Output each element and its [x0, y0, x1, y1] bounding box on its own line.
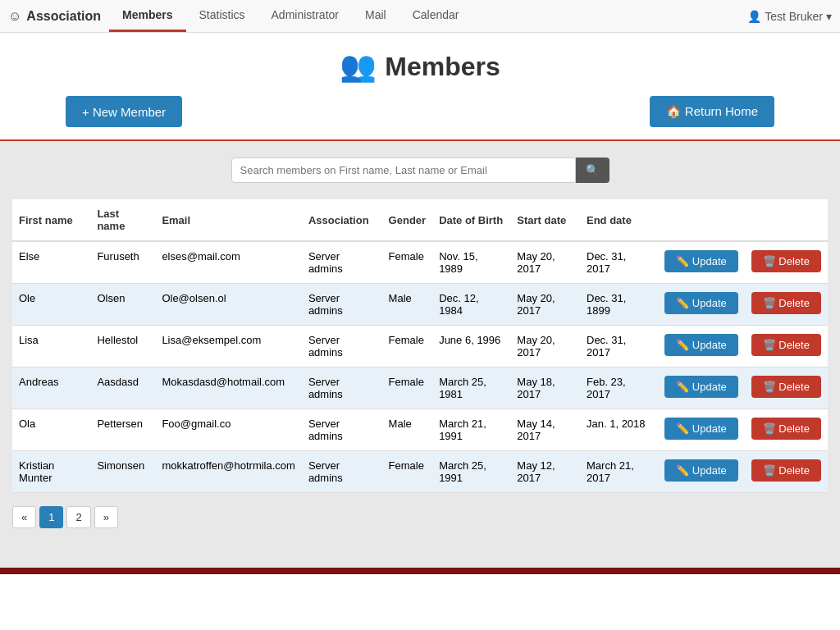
new-member-button[interactable]: + New Member [66, 96, 182, 127]
table-row: ElseFurusethelses@mail.comServer adminsF… [12, 241, 828, 284]
cell-4: Female [382, 368, 433, 409]
pagination-page-1[interactable]: 1 [39, 506, 63, 528]
cell-5: March 25, 1991 [432, 451, 510, 493]
cell-2: mokkatroffen@hotrmila.com [155, 451, 302, 493]
cell-update: ✏️ Update [658, 451, 745, 493]
cell-0: Ole [12, 284, 90, 326]
tab-mail[interactable]: Mail [352, 0, 399, 32]
cell-0: Kristian Munter [12, 451, 90, 493]
update-button[interactable]: ✏️ Update [664, 376, 738, 398]
brand-icon: ☺ [8, 9, 21, 24]
cell-3: Server admins [302, 409, 382, 451]
footer-bar [0, 568, 840, 574]
cell-2: Ole@olsen.ol [155, 284, 302, 326]
delete-button[interactable]: 🗑️ Delete [751, 292, 821, 314]
delete-button[interactable]: 🗑️ Delete [751, 376, 821, 398]
tab-administrator[interactable]: Administrator [258, 0, 352, 32]
col-last-name: Last name [90, 199, 155, 241]
pagination-next[interactable]: » [94, 506, 118, 528]
user-icon: 👤 [747, 10, 761, 23]
cell-2: Lisa@eksempel.com [155, 326, 302, 368]
cell-0: Ola [12, 409, 90, 451]
cell-1: Simonsen [90, 451, 155, 493]
table-row: OlaPettersenFoo@gmail.coServer adminsMal… [12, 409, 828, 451]
cell-5: Nov. 15, 1989 [432, 241, 510, 284]
cell-1: Aasdasd [90, 368, 155, 409]
pagination-prev[interactable]: « [12, 506, 36, 528]
cell-4: Female [382, 326, 433, 368]
cell-7: Dec. 31, 2017 [580, 241, 658, 284]
pagination: « 1 2 » [12, 506, 828, 528]
tab-statistics[interactable]: Statistics [186, 0, 258, 32]
pagination-page-2[interactable]: 2 [66, 506, 90, 528]
cell-7: Dec. 31, 2017 [580, 326, 658, 368]
cell-6: May 20, 2017 [510, 326, 580, 368]
cell-delete: 🗑️ Delete [745, 284, 828, 326]
table-row: OleOlsenOle@olsen.olServer adminsMaleDec… [12, 284, 828, 326]
update-button[interactable]: ✏️ Update [664, 459, 738, 482]
col-actions-2 [745, 199, 828, 241]
cell-1: Hellestol [90, 326, 155, 368]
page-title: 👥 Members [0, 49, 840, 84]
cell-5: June 6, 1996 [432, 326, 510, 368]
cell-0: Andreas [12, 368, 90, 409]
col-dob: Date of Birth [432, 199, 510, 241]
members-table: First name Last name Email Association G… [12, 199, 828, 493]
user-menu[interactable]: 👤 Test Bruker ▾ [747, 10, 832, 23]
col-actions-1 [658, 199, 745, 241]
table-row: Kristian MunterSimonsenmokkatroffen@hotr… [12, 451, 828, 493]
cell-update: ✏️ Update [658, 409, 745, 451]
cell-delete: 🗑️ Delete [745, 241, 828, 284]
search-input[interactable] [231, 158, 576, 183]
col-end-date: End date [580, 199, 658, 241]
delete-button[interactable]: 🗑️ Delete [751, 334, 821, 356]
cell-1: Pettersen [90, 409, 155, 451]
chevron-down-icon: ▾ [826, 10, 832, 23]
cell-update: ✏️ Update [658, 326, 745, 368]
cell-1: Furuseth [90, 241, 155, 284]
update-button[interactable]: ✏️ Update [664, 250, 738, 272]
username: Test Bruker [765, 10, 823, 23]
cell-update: ✏️ Update [658, 284, 745, 326]
cell-update: ✏️ Update [658, 368, 745, 409]
cell-7: Dec. 31, 1899 [580, 284, 658, 326]
cell-update: ✏️ Update [658, 241, 745, 284]
cell-6: May 18, 2017 [510, 368, 580, 409]
search-icon: 🔍 [586, 164, 600, 176]
brand-name: Association [26, 9, 101, 24]
delete-button[interactable]: 🗑️ Delete [751, 418, 821, 440]
cell-6: May 20, 2017 [510, 284, 580, 326]
update-button[interactable]: ✏️ Update [664, 334, 738, 356]
cell-6: May 20, 2017 [510, 241, 580, 284]
cell-6: May 12, 2017 [510, 451, 580, 493]
cell-2: Mokasdasd@hotmail.com [155, 368, 302, 409]
action-row: + New Member 🏠 Return Home [0, 96, 840, 139]
brand[interactable]: ☺ Association [8, 9, 101, 24]
cell-1: Olsen [90, 284, 155, 326]
cell-3: Server admins [302, 326, 382, 368]
table-header-row: First name Last name Email Association G… [12, 199, 828, 241]
cell-delete: 🗑️ Delete [745, 451, 828, 493]
update-button[interactable]: ✏️ Update [664, 418, 738, 440]
main-content: 🔍 First name Last name Email Association… [0, 141, 840, 568]
delete-button[interactable]: 🗑️ Delete [751, 250, 821, 272]
members-icon: 👥 [340, 49, 377, 84]
update-button[interactable]: ✏️ Update [664, 292, 738, 314]
col-start-date: Start date [510, 199, 580, 241]
tab-calendar[interactable]: Calendar [399, 0, 472, 32]
cell-4: Male [382, 284, 433, 326]
delete-button[interactable]: 🗑️ Delete [751, 459, 821, 482]
col-email: Email [155, 199, 302, 241]
page-title-text: Members [385, 52, 500, 82]
search-button[interactable]: 🔍 [576, 158, 609, 183]
tab-members[interactable]: Members [109, 0, 185, 32]
search-row: 🔍 [12, 158, 828, 183]
cell-delete: 🗑️ Delete [745, 368, 828, 409]
return-home-button[interactable]: 🏠 Return Home [650, 96, 774, 127]
cell-5: Dec. 12, 1984 [432, 284, 510, 326]
table-row: LisaHellestolLisa@eksempel.comServer adm… [12, 326, 828, 368]
cell-delete: 🗑️ Delete [745, 326, 828, 368]
nav-tabs: Members Statistics Administrator Mail Ca… [109, 0, 472, 32]
cell-5: March 25, 1981 [432, 368, 510, 409]
cell-7: Feb. 23, 2017 [580, 368, 658, 409]
